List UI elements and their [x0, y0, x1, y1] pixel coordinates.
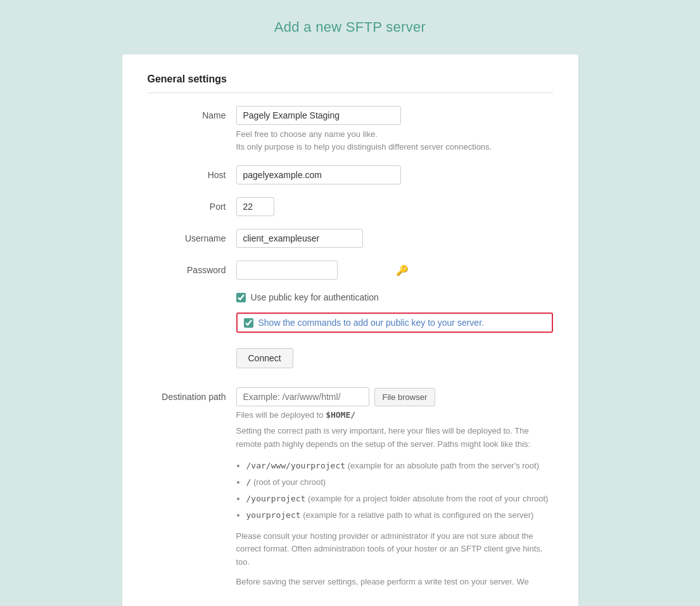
public-key-label: Use public key for authentication — [251, 292, 379, 302]
password-wrap: 🔑 — [236, 261, 414, 280]
destination-path-input[interactable] — [236, 387, 369, 406]
page-title: Add a new SFTP server — [13, 19, 687, 35]
public-key-wrap: Use public key for authentication — [236, 292, 553, 309]
port-label: Port — [148, 197, 236, 212]
show-commands-wrap: Show the commands to add our public key … — [236, 313, 553, 344]
host-row: Host — [148, 165, 553, 184]
password-control-wrap: 🔑 — [236, 261, 553, 280]
connect-row: Connect — [148, 348, 553, 381]
name-row: Name Feel free to choose any name you li… — [148, 106, 553, 153]
list-item: yourproject (example for a relative path… — [246, 507, 553, 524]
public-key-checkbox[interactable] — [236, 293, 246, 302]
bullet-list: /var/www/yourproject (example for an abs… — [246, 458, 553, 524]
deploy-info-text: Setting the correct path is very importa… — [236, 425, 553, 451]
host-control-wrap — [236, 165, 553, 184]
list-item: /yourproject (example for a project fold… — [246, 491, 553, 507]
name-hint: Feel free to choose any name you like. I… — [236, 128, 553, 153]
public-key-checkbox-row: Use public key for authentication — [236, 292, 553, 302]
host-input[interactable] — [236, 165, 401, 184]
public-key-row: Use public key for authentication — [148, 292, 553, 309]
name-input[interactable] — [236, 106, 401, 125]
list-item: / (root of your chroot) — [246, 474, 553, 491]
form-card: General settings Name Feel free to choos… — [122, 55, 578, 606]
show-commands-row: Show the commands to add our public key … — [148, 313, 553, 344]
password-row: Password 🔑 — [148, 261, 553, 280]
username-row: Username — [148, 229, 553, 248]
before-saving-note: Before saving the server settings, pleas… — [236, 576, 553, 589]
password-label: Password — [148, 261, 236, 275]
port-input[interactable] — [236, 197, 274, 216]
show-commands-highlighted: Show the commands to add our public key … — [236, 313, 553, 333]
password-input[interactable] — [236, 261, 338, 280]
port-row: Port — [148, 197, 553, 216]
file-browser-button[interactable]: File browser — [374, 388, 436, 406]
connect-wrap: Connect — [236, 348, 553, 381]
username-control-wrap — [236, 229, 553, 248]
password-reveal-icon[interactable]: 🔑 — [396, 264, 409, 276]
name-control-wrap: Feel free to choose any name you like. I… — [236, 106, 553, 153]
section-title: General settings — [148, 74, 553, 93]
port-control-wrap — [236, 197, 553, 216]
show-commands-label: Show the commands to add our public key … — [258, 318, 484, 328]
consult-note: Please consult your hosting provider or … — [236, 530, 553, 569]
destination-path-wrap: File browser — [236, 387, 553, 406]
deploy-path-text: Files will be deployed to $HOME/ — [236, 410, 553, 420]
username-input[interactable] — [236, 229, 363, 248]
destination-row: Destination path File browser Files will… — [148, 387, 553, 589]
list-item: /var/www/yourproject (example for an abs… — [246, 458, 553, 474]
name-label: Name — [148, 106, 236, 120]
connect-button[interactable]: Connect — [236, 348, 293, 368]
destination-label: Destination path — [148, 387, 236, 402]
host-label: Host — [148, 165, 236, 180]
username-label: Username — [148, 229, 236, 243]
destination-control-wrap: File browser Files will be deployed to $… — [236, 387, 553, 589]
show-commands-checkbox[interactable] — [244, 318, 253, 328]
